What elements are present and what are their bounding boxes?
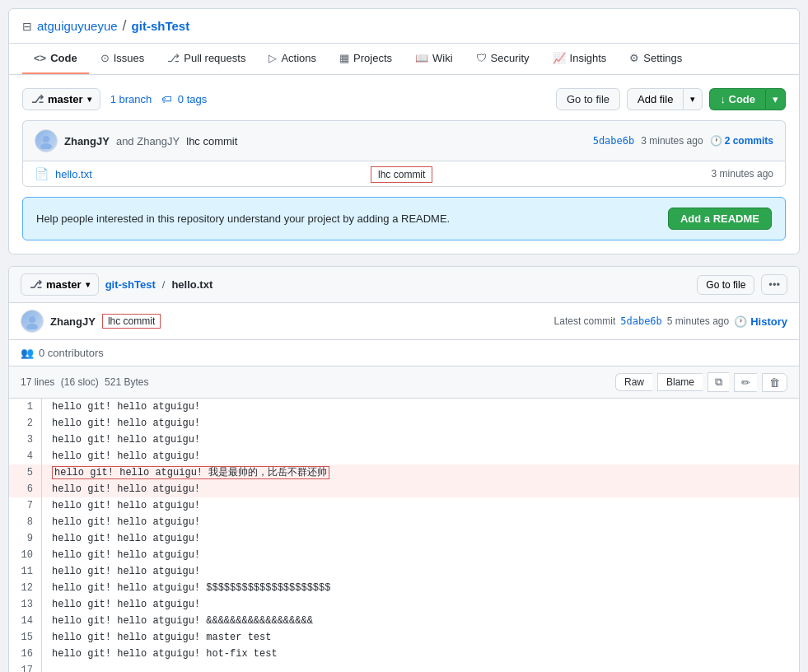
branch-selector[interactable]: ⎇ master ▾ [22, 88, 100, 110]
repo-panel: ⊟ atguiguyueyue / git-shTest <> Code ⊙ I… [8, 8, 800, 254]
commit-hash[interactable]: 5dabe6b [593, 135, 635, 147]
more-options-button[interactable]: ••• [761, 274, 787, 295]
commit-info-row: ZhangJY and ZhangJY lhc commit 5dabe6b 3… [22, 120, 786, 161]
file-panel-left: ⎇ master ▾ git-shTest / hello.txt [21, 273, 213, 296]
svg-point-2 [29, 316, 35, 323]
line-number: 12 [9, 580, 42, 596]
contributors-row: 👥 0 contributors [9, 340, 799, 366]
raw-button[interactable]: Raw [615, 373, 652, 391]
branch-bar: ⎇ master ▾ 1 branch 🏷 0 tags Go to file … [22, 88, 786, 110]
nav-settings-label: Settings [643, 52, 682, 64]
file-panel: ⎇ master ▾ git-shTest / hello.txt Go to … [8, 266, 800, 672]
repo-content: ⎇ master ▾ 1 branch 🏷 0 tags Go to file … [9, 75, 799, 254]
table-row: 7hello git! hello atguigu! [9, 497, 799, 514]
code-icon: <> [34, 52, 46, 64]
commits-link[interactable]: 🕐 2 commits [710, 135, 773, 147]
nav-issues[interactable]: ⊙ Issues [89, 44, 156, 74]
line-number: 8 [9, 514, 42, 530]
line-number: 1 [9, 399, 42, 415]
svg-point-1 [40, 143, 52, 149]
breadcrumb-repo[interactable]: git-shTest [105, 278, 156, 291]
branch-right: Go to file Add file ▾ ↓ Code ▾ [556, 88, 786, 110]
issues-icon: ⊙ [100, 52, 110, 64]
code-dropdown[interactable]: ▾ [765, 88, 786, 110]
nav-settings[interactable]: ⚙ Settings [618, 44, 694, 74]
tag-count-link[interactable]: 🏷 0 tags [161, 93, 207, 105]
line-number: 16 [9, 646, 42, 662]
line-number: 7 [9, 497, 42, 514]
table-row: 1hello git! hello atguigu! [9, 399, 799, 415]
file-commit-msg-badge: lhc commit [102, 314, 161, 329]
nav-issues-label: Issues [114, 52, 145, 64]
nav-code-label: Code [50, 52, 77, 64]
line-content: hello git! hello atguigu! [42, 415, 799, 432]
file-commit-msg-wrapper: lhc commit [371, 168, 432, 180]
table-row: 2hello git! hello atguigu! [9, 415, 799, 432]
history-clock-icon: 🕐 [734, 315, 747, 328]
nav-pullrequests[interactable]: ⎇ Pull requests [156, 44, 257, 74]
line-content [42, 662, 799, 672]
nav-insights[interactable]: 📈 Insights [541, 44, 619, 74]
line-content: hello git! hello atguigu! 我是最帅的，比岳不群还帅 [42, 464, 799, 481]
add-file-dropdown[interactable]: ▾ [683, 88, 703, 110]
file-commit-hash[interactable]: 5dabe6b [620, 315, 662, 327]
add-file-main[interactable]: Add file [627, 88, 683, 110]
file-author-name[interactable]: ZhangJY [50, 315, 96, 328]
nav-projects[interactable]: ▦ Projects [328, 44, 404, 74]
file-branch-selector[interactable]: ⎇ master ▾ [21, 273, 99, 296]
repo-name[interactable]: git-shTest [132, 19, 190, 33]
file-commit-msg: lhc commit [371, 166, 432, 183]
file-branch-name: master [46, 278, 82, 291]
repo-owner[interactable]: atguiguyueyue [37, 19, 118, 33]
table-row: 11hello git! hello atguigu! [9, 563, 799, 580]
nav-pr-label: Pull requests [184, 52, 245, 64]
latest-commit-label: Latest commit [554, 315, 616, 327]
branch-count-link[interactable]: 1 branch [110, 93, 152, 105]
branch-name: master [48, 93, 83, 105]
breadcrumb-file: hello.txt [171, 278, 213, 291]
code-main[interactable]: ↓ Code [709, 88, 765, 110]
history-button[interactable]: 🕐 History [734, 315, 787, 328]
line-content: hello git! hello atguigu! hot-fix test [42, 646, 799, 662]
nav-code[interactable]: <> Code [22, 44, 89, 74]
line-content: hello git! hello atguigu! [42, 563, 799, 580]
nav-security[interactable]: 🛡 Security [465, 44, 541, 74]
add-readme-button[interactable]: Add a README [668, 208, 772, 230]
commit-author[interactable]: ZhangJY [64, 135, 110, 147]
file-goto-button[interactable]: Go to file [697, 275, 754, 295]
file-panel-header: ⎇ master ▾ git-shTest / hello.txt Go to … [9, 267, 799, 303]
branch-icon: ⎇ [31, 93, 44, 105]
table-row: 10hello git! hello atguigu! [9, 547, 799, 563]
table-row: 4hello git! hello atguigu! [9, 448, 799, 464]
pr-icon: ⎇ [167, 52, 180, 64]
line-content: hello git! hello atguigu! [42, 399, 799, 415]
commit-coauthor: and ZhangJY [116, 135, 180, 147]
file-chevron-icon: ▾ [86, 280, 90, 289]
line-number: 2 [9, 415, 42, 432]
goto-file-button[interactable]: Go to file [556, 88, 620, 110]
line-content: hello git! hello atguigu! &&&&&&&&&&&&&&… [42, 613, 799, 629]
contributors-icon: 👥 [21, 347, 34, 359]
edit-button[interactable]: ✏ [734, 373, 757, 392]
delete-button[interactable]: 🗑 [762, 373, 787, 392]
table-row: 3hello git! hello atguigu! [9, 432, 799, 448]
line-content: hello git! hello atguigu! master test [42, 629, 799, 646]
projects-icon: ▦ [339, 52, 349, 64]
nav-actions-label: Actions [281, 52, 316, 64]
line-number: 17 [9, 662, 42, 672]
table-row: 6hello git! hello atguigu! [9, 481, 799, 497]
file-size: 521 Bytes [105, 376, 148, 388]
table-row: 9hello git! hello atguigu! [9, 530, 799, 547]
chevron-down-icon: ▾ [87, 95, 91, 104]
table-row: 📄 hello.txt lhc commit 3 minutes ago [23, 161, 785, 186]
copy-button[interactable]: ⧉ [708, 372, 729, 392]
blame-button[interactable]: Blame [657, 373, 703, 391]
file-name-link[interactable]: hello.txt [55, 168, 92, 180]
line-number: 14 [9, 613, 42, 629]
commit-info-left: ZhangJY and ZhangJY lhc commit [35, 129, 237, 152]
branch-left: ⎇ master ▾ 1 branch 🏷 0 tags [22, 88, 207, 110]
actions-icon: ▷ [269, 52, 277, 64]
nav-actions[interactable]: ▷ Actions [257, 44, 328, 74]
table-row: 16hello git! hello atguigu! hot-fix test [9, 646, 799, 662]
nav-wiki[interactable]: 📖 Wiki [404, 44, 465, 74]
